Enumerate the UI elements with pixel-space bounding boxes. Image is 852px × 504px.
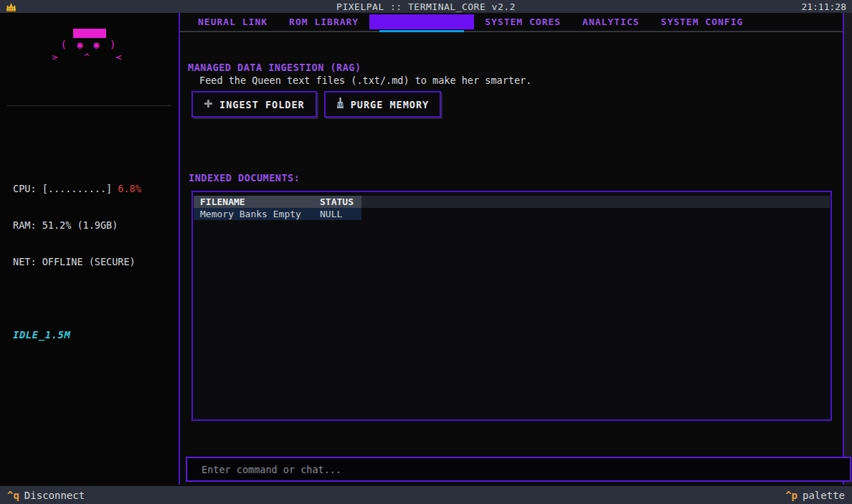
window-edge-strip	[844, 13, 852, 485]
table-header-colgroup: FILENAME STATUS	[194, 196, 361, 208]
main-panel: NEURAL LINK ROM LIBRARY SYSTEM CORES ANA…	[180, 13, 844, 485]
tab-neural-link[interactable]: NEURAL LINK	[187, 14, 278, 29]
documents-table: FILENAME STATUS Memory Banks Empty NULL	[191, 191, 832, 421]
sidebar: ( ◉ ◉ ) > ^ < CPU: [..........] 6.8% RAM…	[0, 13, 180, 485]
cpu-label: CPU: [..........]	[13, 183, 118, 194]
disconnect-key: ^q	[7, 490, 19, 501]
purge-memory-button[interactable]: PURGE MEMORY	[324, 91, 442, 118]
column-header-status: STATUS	[320, 196, 354, 207]
table-header-row: FILENAME STATUS	[194, 196, 830, 208]
table-row[interactable]: Memory Banks Empty NULL	[194, 208, 830, 220]
palette-label: palette	[803, 490, 845, 501]
cpu-stat: CPU: [..........] 6.8%	[13, 183, 179, 195]
tab-bar: NEURAL LINK ROM LIBRARY SYSTEM CORES ANA…	[180, 13, 843, 32]
purge-memory-label: PURGE MEMORY	[351, 99, 430, 110]
disconnect-label: Disconnect	[24, 490, 85, 501]
broom-icon	[336, 98, 344, 111]
cell-status: NULL	[320, 209, 342, 219]
tab-system-cores[interactable]: SYSTEM CORES	[474, 14, 572, 29]
cell-filename: Memory Banks Empty	[194, 209, 320, 219]
tab-rom-library[interactable]: ROM LIBRARY	[278, 14, 369, 29]
section-title: MANAGED DATA INGESTION (RAG)	[188, 62, 361, 73]
mascot-avatar: ( ◉ ◉ ) > ^ <	[0, 29, 179, 62]
section-description: Feed the Queen text files (.txt/.md) to …	[199, 75, 531, 86]
idle-status: IDLE_1.5M	[13, 329, 179, 341]
terminal-window: PIXELPAL :: TERMINAL_CORE v2.2 21:11:28 …	[0, 0, 852, 504]
indexed-documents-heading: INDEXED DOCUMENTS:	[189, 172, 300, 184]
net-stat: NET: OFFLINE (SECURE)	[13, 256, 179, 268]
palette-hotkey[interactable]: ^p palette	[785, 490, 845, 501]
cpu-value: 6.8%	[118, 183, 141, 194]
ingest-folder-button[interactable]: INGEST FOLDER	[191, 91, 317, 118]
mascot-hair-block	[73, 29, 106, 38]
status-bar: ^q Disconnect ^p palette	[0, 486, 852, 504]
mascot-eyes: ( ◉ ◉ )	[0, 39, 179, 50]
table-row-colgroup: Memory Banks Empty NULL	[194, 208, 361, 220]
ram-stat: RAM: 51.2% (1.9GB)	[13, 219, 179, 232]
system-stats: CPU: [..........] 6.8% RAM: 51.2% (1.9GB…	[13, 158, 179, 293]
action-buttons: INGEST FOLDER PURGE MEMORY	[191, 91, 441, 118]
plus-icon	[204, 99, 213, 110]
column-header-filename: FILENAME	[194, 196, 320, 207]
sidebar-divider	[7, 105, 171, 106]
ingest-folder-label: INGEST FOLDER	[219, 99, 305, 110]
title-bar: PIXELPAL :: TERMINAL_CORE v2.2 21:11:28	[0, 0, 852, 13]
command-input[interactable]	[186, 457, 851, 482]
tab-analytics[interactable]: ANALYTICS	[572, 14, 650, 29]
palette-key: ^p	[785, 490, 797, 501]
app-title: PIXELPAL :: TERMINAL_CORE v2.2	[0, 1, 852, 12]
disconnect-hotkey[interactable]: ^q Disconnect	[7, 490, 85, 501]
app-body: ( ◉ ◉ ) > ^ < CPU: [..........] 6.8% RAM…	[0, 13, 852, 485]
mascot-mouth: > ^ <	[0, 52, 179, 62]
tab-system-config[interactable]: SYSTEM CONFIG	[650, 14, 754, 29]
tab-selected[interactable]	[369, 14, 474, 29]
